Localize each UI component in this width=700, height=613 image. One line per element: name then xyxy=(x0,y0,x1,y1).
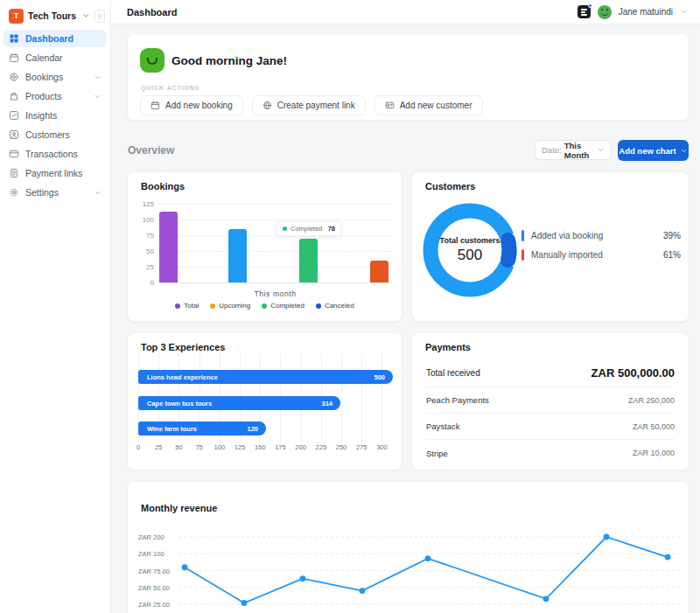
workspace-switcher[interactable]: T Tech Tours xyxy=(0,0,110,24)
sidebar-item-label: Settings xyxy=(25,187,59,198)
sidebar-collapse-button[interactable] xyxy=(94,10,105,23)
top-experiences-chart-card: Top 3 Experiences 0255075100125150175200… xyxy=(127,332,402,470)
legend-label: Added via booking xyxy=(531,231,603,240)
add-new-customer-button[interactable]: Add new customer xyxy=(374,95,483,115)
date-filter-dropdown[interactable]: Date: This Month xyxy=(535,140,612,160)
total-received-label: Total received xyxy=(426,368,480,378)
experience-bar: Wine farm tours120 xyxy=(138,421,266,435)
donut-center: Total customers 500 xyxy=(417,198,522,303)
x-axis-tick: 75 xyxy=(195,443,202,451)
quick-action-label: Add new customer xyxy=(400,101,472,110)
brand-name: Tech Tours xyxy=(28,10,76,21)
chevron-down-icon xyxy=(680,147,688,155)
bar-canceled xyxy=(370,261,388,282)
chart-tooltip: Completed 78 xyxy=(276,221,341,236)
x-axis-tick: 200 xyxy=(295,443,306,451)
sidebar-item-label: Calendar xyxy=(25,52,63,63)
experience-value: 120 xyxy=(247,425,258,433)
total-customers-value: 500 xyxy=(458,247,482,264)
bookings-legend: TotalUpcomingCompletedCanceled xyxy=(128,302,402,310)
sidebar-item-insights[interactable]: Insights xyxy=(4,107,107,124)
page-title: Dashboard xyxy=(127,7,177,17)
x-axis-tick: 25 xyxy=(155,443,162,451)
gridline xyxy=(159,219,391,220)
x-axis-tick: 250 xyxy=(336,443,347,451)
customers-legend-item: Added via booking39% xyxy=(522,230,681,241)
chevron-down-icon xyxy=(94,73,102,81)
sidebar-nav: DashboardCalendarBookingsProductsInsight… xyxy=(0,30,110,203)
sidebar-item-label: Dashboard xyxy=(25,33,74,44)
experience-value: 500 xyxy=(374,373,385,381)
quick-actions-row: Add new bookingCreate payment linkAdd ne… xyxy=(140,95,483,115)
payment-amount: ZAR 10,000 xyxy=(633,449,675,457)
date-filter-value: This Month xyxy=(564,141,594,160)
topbar: Dashboard Jane matuindi xyxy=(111,0,700,24)
globe-icon xyxy=(262,101,272,110)
gridline xyxy=(361,352,362,442)
create-payment-link-button[interactable]: Create payment link xyxy=(252,95,366,115)
add-new-booking-button[interactable]: Add new booking xyxy=(140,95,243,115)
y-axis-tick: 25 xyxy=(133,263,154,271)
sidebar-item-transactions[interactable]: Transactions xyxy=(4,145,107,163)
sidebar-item-customers[interactable]: Customers xyxy=(4,126,107,143)
gridline xyxy=(382,352,382,442)
gridline xyxy=(159,267,391,268)
bookings-xaxis-label: This month xyxy=(159,289,391,298)
legend-marker xyxy=(522,230,524,241)
add-new-chart-button[interactable]: Add new chart xyxy=(618,140,689,161)
chevron-down-icon[interactable] xyxy=(680,8,688,16)
experience-value: 314 xyxy=(321,400,332,408)
legend-item: Upcoming xyxy=(210,302,250,310)
monthly-revenue-chart-card: Monthly revenue ZAR 25.00ZAR 50.00ZAR 75… xyxy=(127,481,690,613)
x-axis-tick: 175 xyxy=(275,443,286,451)
top-experiences-title: Top 3 Experiences xyxy=(141,342,225,352)
total-customers-label: Total customers xyxy=(440,236,500,245)
sidebar-item-label: Customers xyxy=(25,129,70,140)
sidebar-item-label: Insights xyxy=(25,110,57,121)
sidebar-item-label: Payment links xyxy=(25,168,82,178)
x-axis-tick: 100 xyxy=(214,443,226,451)
chevron-down-icon xyxy=(81,11,90,20)
sidebar-item-calendar[interactable]: Calendar xyxy=(4,49,107,66)
quick-actions-label: QUICK ACTIONS xyxy=(141,85,200,91)
app-window: T Tech Tours DashboardCalendarBookingsPr… xyxy=(0,0,700,613)
chevron-down-icon xyxy=(597,146,605,154)
brand-logo: T xyxy=(9,9,24,24)
quick-action-label: Add new booking xyxy=(165,101,233,110)
notification-badge xyxy=(588,3,592,8)
payment-row: Peach PaymentsZAR 250,000 xyxy=(426,387,675,414)
id-card-icon xyxy=(385,101,395,110)
smiley-icon xyxy=(140,48,164,73)
payments-card: Payments Total received ZAR 500,000.00 P… xyxy=(411,332,690,470)
legend-value: 61% xyxy=(663,250,681,260)
payment-amount: ZAR 50,000 xyxy=(633,422,675,431)
experience-label: Wine farm tours xyxy=(147,425,197,433)
grid-icon xyxy=(9,33,19,44)
notifications-icon[interactable] xyxy=(578,5,591,18)
x-axis-tick: 0 xyxy=(136,443,140,451)
x-axis-tick: 300 xyxy=(376,443,388,451)
sidebar-item-dashboard[interactable]: Dashboard xyxy=(4,30,107,47)
payment-links-icon xyxy=(9,168,19,178)
legend-label: Completed xyxy=(270,302,304,310)
sidebar-item-payment-links[interactable]: Payment links xyxy=(4,164,107,182)
bookings-chart-title: Bookings xyxy=(141,181,185,192)
quick-action-label: Create payment link xyxy=(277,101,355,110)
x-axis-tick: 275 xyxy=(356,443,368,451)
sidebar-item-settings[interactable]: Settings xyxy=(4,184,107,201)
sidebar-item-label: Transactions xyxy=(25,149,78,159)
sidebar-item-products[interactable]: Products xyxy=(4,87,107,105)
tooltip-series-label: Completed xyxy=(290,225,322,233)
payment-row: StripeZAR 10,000 xyxy=(426,440,675,466)
customers-legend-item: Manually imported61% xyxy=(522,249,681,261)
payments-total-row: Total received ZAR 500,000.00 xyxy=(426,359,675,387)
gridline xyxy=(159,204,391,205)
x-axis-tick: 150 xyxy=(255,443,266,451)
legend-dot xyxy=(175,303,180,309)
legend-item: Canceled xyxy=(316,302,354,310)
topbar-right: Jane matuindi xyxy=(578,5,688,19)
gridline xyxy=(159,251,391,252)
avatar[interactable] xyxy=(598,5,612,19)
sidebar-item-bookings[interactable]: Bookings xyxy=(4,68,107,86)
payments-title: Payments xyxy=(425,342,471,352)
